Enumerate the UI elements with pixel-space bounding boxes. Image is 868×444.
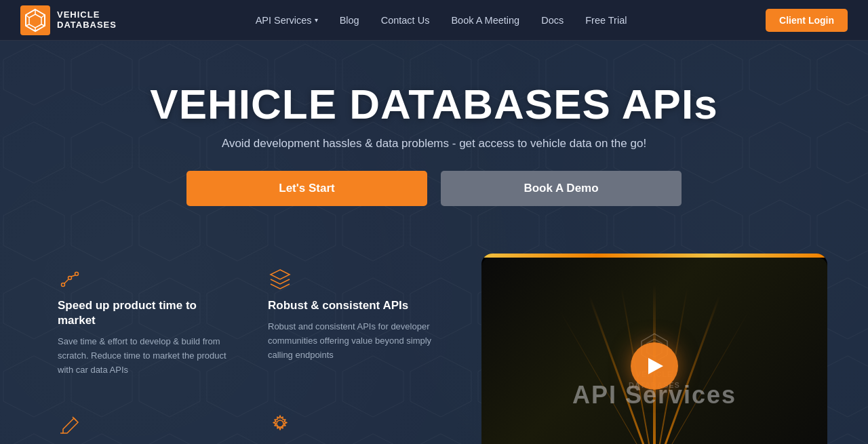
features-grid: Speed up product time to market Save tim… <box>41 254 461 444</box>
feature-robust-title: Robust & consistent APIs <box>268 298 444 313</box>
play-button[interactable] <box>631 342 678 390</box>
meeting-link[interactable]: Book A Meeting <box>451 15 519 26</box>
feature-speed: Speed up product time to market Save tim… <box>41 254 251 398</box>
hero-buttons: Let's Start Book A Demo <box>41 171 827 206</box>
svg-point-9 <box>62 283 65 287</box>
free-trial-link[interactable]: Free Trial <box>585 15 627 26</box>
logo[interactable]: VEHICLE DATABASES <box>20 5 117 35</box>
nav-links: API Services ▾ Blog Contact Us Book A Me… <box>256 14 627 26</box>
video-area[interactable]: VEHICLE DATABASES API Services <box>481 254 827 444</box>
feature-robust: Robust & consistent APIs Robust and cons… <box>251 254 461 398</box>
hero-section: VEHICLE DATABASES APIs Avoid development… <box>0 41 868 444</box>
hero-subtitle: Avoid development hassles & data problem… <box>41 137 827 150</box>
features-video-area: Speed up product time to market Save tim… <box>41 254 827 444</box>
navbar: VEHICLE DATABASES API Services ▾ Blog Co… <box>0 0 868 41</box>
contact-link[interactable]: Contact Us <box>381 15 430 26</box>
svg-marker-14 <box>271 270 290 279</box>
brand-bottom: DATABASES <box>57 20 117 30</box>
svg-point-11 <box>75 273 79 276</box>
client-login-button[interactable]: Client Login <box>766 9 848 32</box>
logo-icon <box>20 5 50 35</box>
blog-link[interactable]: Blog <box>340 15 359 26</box>
svg-point-10 <box>68 277 72 280</box>
logo-text: VEHICLE DATABASES <box>57 10 117 30</box>
docs-link[interactable]: Docs <box>541 15 564 26</box>
nav-item-meeting[interactable]: Book A Meeting <box>451 14 519 26</box>
hero-title: VEHICLE DATABASES APIs <box>41 81 827 127</box>
svg-line-12 <box>64 279 68 283</box>
feature-speed-desc: Save time & effort to develop & build fr… <box>58 335 234 377</box>
play-triangle-icon <box>648 358 663 374</box>
chevron-down-icon: ▾ <box>315 16 318 24</box>
layers-icon <box>268 267 292 291</box>
brand-top: VEHICLE <box>57 10 117 20</box>
gear-icon <box>268 411 292 436</box>
feature-robust-desc: Robust and consistent APIs for developer… <box>268 320 444 362</box>
api-services-link[interactable]: API Services ▾ <box>256 15 318 26</box>
edit-icon <box>58 411 82 436</box>
feature-speed-title: Speed up product time to market <box>58 298 234 328</box>
feature-scale: Scale with confidence Cutting edge techn… <box>41 398 251 444</box>
book-demo-button[interactable]: Book A Demo <box>441 171 682 206</box>
video-background: VEHICLE DATABASES API Services <box>481 258 827 444</box>
nav-item-blog[interactable]: Blog <box>340 14 359 26</box>
nav-item-free-trial[interactable]: Free Trial <box>585 14 627 26</box>
chart-icon <box>58 267 82 291</box>
feature-smooth: Smooth API integration Documented APIs t… <box>251 398 461 444</box>
hero-title-area: VEHICLE DATABASES APIs Avoid development… <box>41 81 827 254</box>
lets-start-button[interactable]: Let's Start <box>186 171 427 206</box>
nav-item-contact[interactable]: Contact Us <box>381 14 430 26</box>
nav-item-docs[interactable]: Docs <box>541 14 564 26</box>
nav-item-api-services[interactable]: API Services ▾ <box>256 15 318 26</box>
svg-line-13 <box>71 275 75 277</box>
